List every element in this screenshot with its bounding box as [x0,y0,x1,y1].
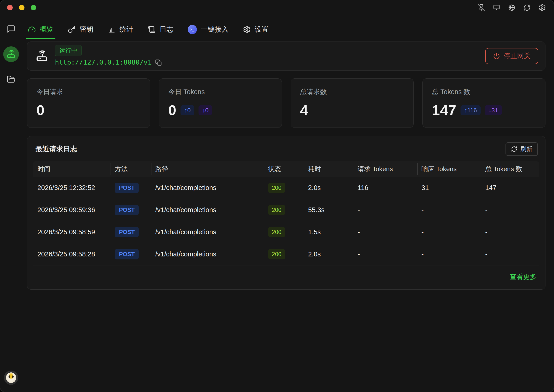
status-badge: 运行中 [55,45,82,56]
table-header: 时间 方法 路径 状态 耗时 请求 Tokens 响应 Tokens 总 Tok… [33,161,539,177]
refresh-icon [511,146,517,152]
sidebar-item-chat[interactable] [7,25,15,34]
cell-path: /v1/chat/completions [151,200,264,219]
stat-card-total-tokens: 总 Tokens 数 147 ↑116 ↓31 [422,78,546,128]
tab-stats[interactable]: 统计 [107,20,134,39]
table-row: 2026/3/25 09:58:59 POST /v1/chat/complet… [33,221,539,243]
cell-req-tokens: - [354,245,417,264]
globe-icon[interactable] [508,4,515,11]
cell-resp-tokens: - [417,223,481,242]
cell-total-tokens: 147 [481,178,539,197]
power-icon [493,53,500,59]
minimize-button[interactable] [19,5,24,10]
col-resp-tokens: 响应 Tokens [417,161,481,177]
sidebar [0,15,22,392]
cell-path: /v1/chat/completions [151,223,264,242]
logs-title: 最近请求日志 [36,144,77,154]
cell-path: /v1/chat/completions [151,245,264,264]
sidebar-item-files[interactable] [7,75,15,84]
stat-value: 4 [300,103,308,117]
stat-card-today-tokens: 今日 Tokens 0 ↑0 ↓0 [159,78,282,128]
method-badge: POST [115,205,139,215]
stat-value: 147 [432,103,456,117]
tab-quick-connect[interactable]: >_ 一键接入 [187,20,229,39]
cell-req-tokens: 116 [354,178,417,197]
cell-path: /v1/chat/completions [151,178,264,197]
gauge-icon [28,26,36,34]
col-time: 时间 [33,161,111,177]
method-badge: POST [115,249,139,259]
col-method: 方法 [111,161,151,177]
table-row: 2026/3/25 12:32:52 POST /v1/chat/complet… [33,177,539,199]
gateway-url-link[interactable]: http://127.0.0.1:8080/v1 [55,58,152,67]
cell-time: 2026/3/25 09:58:28 [33,245,111,264]
method-badge: POST [115,227,139,237]
stat-card-total-requests: 总请求数 4 [291,78,414,128]
owl-mascot-icon [6,372,16,383]
stat-card-today-requests: 今日请求 0 [27,78,150,128]
gear-icon [243,26,251,34]
stop-gateway-label: 停止网关 [504,51,531,61]
titlebar [0,0,554,15]
zoom-button[interactable] [31,5,36,10]
gear-icon[interactable] [539,4,546,11]
sidebar-item-gateway[interactable] [3,46,19,62]
status-code-badge: 200 [268,227,285,237]
cell-time: 2026/3/25 12:32:52 [33,178,111,197]
cell-resp-tokens: 31 [417,178,481,197]
chat-icon [7,25,15,34]
status-code-badge: 200 [268,205,285,215]
stat-label: 今日 Tokens [168,87,272,97]
stat-label: 总 Tokens 数 [432,87,536,97]
gateway-status-card: 运行中 http://127.0.0.1:8080/v1 停止网关 [27,42,546,70]
cell-duration: 2.0s [304,245,354,264]
cell-time: 2026/3/25 09:59:36 [33,200,111,219]
cell-total-tokens: - [481,200,539,219]
tab-settings[interactable]: 设置 [242,20,269,39]
stat-value: 0 [168,103,176,117]
refresh-label: 刷新 [520,145,532,153]
pin-off-icon[interactable] [478,4,485,11]
output-tokens-chip: ↓31 [485,105,502,115]
view-more-link[interactable]: 查看更多 [510,272,536,281]
tab-label: 统计 [120,25,133,34]
tab-keys[interactable]: 密钥 [67,20,94,39]
bar-chart-icon [108,26,116,34]
output-tokens-chip: ↓0 [199,105,212,115]
input-tokens-chip: ↑0 [180,105,194,115]
refresh-button[interactable]: 刷新 [505,142,538,156]
stop-gateway-button[interactable]: 停止网关 [485,48,538,64]
stat-value: 0 [36,103,44,117]
app-window: 概览 密钥 统计 日志 [0,0,554,392]
folder-open-icon [7,75,15,84]
monitor-icon[interactable] [493,4,500,11]
cell-duration: 1.5s [304,223,354,242]
status-code-badge: 200 [268,183,285,193]
terminal-logo-icon: >_ [188,25,197,34]
assistant-avatar[interactable] [4,371,18,385]
input-tokens-chip: ↑116 [460,105,480,115]
recent-logs-card: 最近请求日志 刷新 时间 方法 路径 状态 耗时 [27,136,546,290]
method-badge: POST [115,183,139,193]
cell-time: 2026/3/25 09:58:59 [33,223,111,242]
cell-duration: 2.0s [304,178,354,197]
cell-resp-tokens: - [417,245,481,264]
refresh-icon[interactable] [523,4,531,11]
cell-total-tokens: - [481,245,539,264]
traffic-lights [7,5,36,10]
stats-row: 今日请求 0 今日 Tokens 0 ↑0 ↓0 总请求数 [27,78,546,128]
close-button[interactable] [7,5,13,10]
cell-req-tokens: - [354,223,417,242]
main-content: 概览 密钥 统计 日志 [22,15,554,392]
copy-icon[interactable] [155,59,162,66]
stat-label: 今日请求 [36,87,141,97]
status-code-badge: 200 [268,249,285,259]
router-icon [7,49,16,59]
tab-label: 概览 [40,25,54,34]
tab-logs[interactable]: 日志 [147,20,174,39]
tab-overview[interactable]: 概览 [28,20,54,39]
router-icon [36,50,48,62]
tab-label: 设置 [255,25,268,34]
logs-table: 时间 方法 路径 状态 耗时 请求 Tokens 响应 Tokens 总 Tok… [33,161,539,266]
col-path: 路径 [151,161,264,177]
